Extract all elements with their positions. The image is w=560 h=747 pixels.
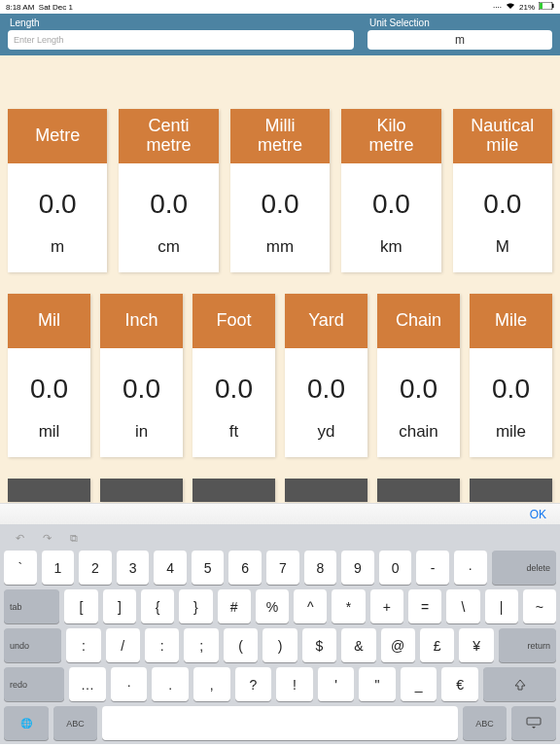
key[interactable]: redo (4, 667, 64, 701)
unit-card-title: Metre (8, 109, 107, 163)
key[interactable]: \ (446, 589, 479, 623)
key[interactable]: · (111, 667, 148, 701)
key[interactable]: return (499, 628, 556, 662)
dismiss-keyboard-icon (526, 717, 542, 730)
key[interactable]: * (332, 589, 365, 623)
key[interactable]: 1 (42, 551, 75, 585)
unit-card[interactable] (470, 479, 552, 502)
key[interactable]: ( (224, 628, 258, 662)
unit-card-value: 0.0 (119, 163, 218, 237)
key[interactable]: / (106, 628, 140, 662)
unit-card[interactable]: Foot0.0ft (192, 294, 275, 457)
unit-card[interactable] (285, 479, 368, 502)
svg-rect-3 (527, 718, 541, 725)
unit-card[interactable]: Chain0.0chain (377, 294, 460, 457)
unit-card-symbol: M (453, 237, 552, 272)
key[interactable]: ? (235, 667, 272, 701)
key[interactable]: tab (4, 589, 59, 623)
unit-card[interactable] (8, 479, 90, 502)
key[interactable]: ^ (294, 589, 327, 623)
unit-card[interactable]: Kilo metre0.0km (341, 109, 440, 272)
key[interactable] (511, 706, 556, 740)
redo-icon[interactable]: ↷ (37, 530, 56, 546)
key[interactable]: £ (420, 628, 454, 662)
unit-card-title: Chain (377, 294, 460, 348)
key[interactable]: _ (401, 667, 438, 701)
unit-card[interactable] (100, 479, 183, 502)
key[interactable]: ¥ (459, 628, 493, 662)
key[interactable]: 3 (117, 551, 150, 585)
key[interactable] (102, 706, 457, 740)
key[interactable]: … (69, 667, 106, 701)
key[interactable]: ' (318, 667, 355, 701)
key[interactable]: ` (4, 551, 37, 585)
key[interactable]: ABC (463, 706, 508, 740)
key[interactable]: , (193, 667, 230, 701)
key[interactable]: ] (103, 589, 136, 623)
status-time: 8:18 AM (6, 3, 34, 12)
key[interactable]: } (179, 589, 212, 623)
unit-card-title (285, 479, 368, 502)
key[interactable]: 🌐 (4, 706, 49, 740)
key[interactable]: ABC (53, 706, 98, 740)
unit-card[interactable]: Inch0.0in (100, 294, 183, 457)
unit-card-title (470, 479, 552, 502)
key[interactable]: 7 (266, 551, 299, 585)
key[interactable]: + (370, 589, 403, 623)
length-input[interactable]: Enter Length (8, 30, 354, 50)
key[interactable]: # (218, 589, 251, 623)
unit-card[interactable] (377, 479, 460, 502)
key[interactable]: [ (64, 589, 97, 623)
unit-card-title: Mile (470, 294, 552, 348)
unit-card[interactable]: Nautical mile0.0M (453, 109, 552, 272)
key[interactable]: @ (381, 628, 415, 662)
key[interactable] (483, 667, 556, 701)
keyboard-ok[interactable]: OK (530, 508, 546, 521)
key[interactable]: delete (492, 551, 556, 585)
key[interactable]: ; (184, 628, 218, 662)
key[interactable]: 9 (341, 551, 374, 585)
unit-card[interactable]: Mile0.0mile (470, 294, 552, 457)
key[interactable]: " (359, 667, 396, 701)
unit-card-value: 0.0 (341, 163, 440, 237)
key[interactable]: ) (262, 628, 297, 662)
unit-card-title: Kilo metre (341, 109, 440, 163)
key[interactable]: € (441, 667, 478, 701)
key[interactable]: : (145, 628, 179, 662)
undo-icon[interactable]: ↶ (10, 530, 29, 546)
key[interactable]: { (141, 589, 174, 623)
key[interactable]: 4 (154, 551, 187, 585)
key[interactable]: & (341, 628, 375, 662)
unit-card[interactable]: Yard0.0yd (285, 294, 368, 457)
unit-select[interactable]: m (368, 30, 552, 50)
key[interactable]: % (256, 589, 289, 623)
key[interactable]: 2 (79, 551, 112, 585)
unit-card[interactable]: Mil0.0mil (8, 294, 90, 457)
unit-card-title (100, 479, 183, 502)
unit-card[interactable]: Milli metre0.0mm (230, 109, 330, 272)
key[interactable]: . (152, 667, 189, 701)
key[interactable]: = (408, 589, 441, 623)
key[interactable]: ! (276, 667, 313, 701)
key[interactable]: | (485, 589, 518, 623)
key[interactable]: : (66, 628, 100, 662)
key[interactable]: 0 (379, 551, 412, 585)
key[interactable]: ~ (523, 589, 556, 623)
key[interactable]: undo (4, 628, 61, 662)
key[interactable]: - (416, 551, 449, 585)
unit-card[interactable]: Metre0.0m (8, 109, 107, 272)
key[interactable]: 5 (192, 551, 225, 585)
unit-card[interactable]: Centi metre0.0cm (119, 109, 218, 272)
unit-card[interactable] (192, 479, 275, 502)
unit-card-value: 0.0 (285, 348, 368, 422)
unit-card-symbol: chain (377, 422, 460, 457)
key[interactable]: 8 (304, 551, 337, 585)
key[interactable]: 6 (228, 551, 262, 585)
battery-pct: 21% (519, 3, 535, 12)
unit-card-value: 0.0 (377, 348, 460, 422)
key[interactable]: $ (302, 628, 336, 662)
clipboard-icon[interactable]: ⧉ (64, 530, 84, 546)
unit-card-symbol: mile (470, 422, 552, 457)
unit-card-title: Milli metre (230, 109, 330, 163)
key[interactable]: · (454, 551, 487, 585)
